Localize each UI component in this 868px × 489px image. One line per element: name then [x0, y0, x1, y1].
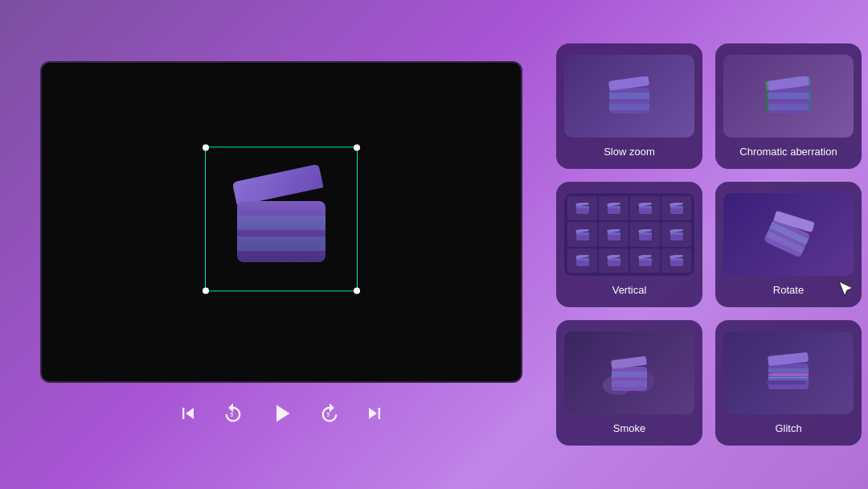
- effect-label-smoke: Smoke: [613, 422, 645, 436]
- vertical-cell-8: [661, 222, 691, 246]
- cursor-icon: [836, 278, 855, 298]
- effect-card-chromatic[interactable]: Chromatic aberration: [715, 43, 862, 169]
- effect-thumbnail-glitch: [723, 331, 854, 414]
- svg-rect-13: [768, 92, 809, 99]
- effect-thumbnail-chromatic: [723, 55, 854, 138]
- effect-label-slow-zoom: Slow zoom: [604, 146, 655, 159]
- effect-card-glitch[interactable]: Glitch: [715, 320, 862, 446]
- handle-bottom-left[interactable]: [203, 287, 209, 294]
- effects-panel: Slow zoom: [556, 43, 862, 446]
- selection-box: [205, 146, 358, 291]
- video-player: 5 5: [32, 61, 530, 428]
- svg-rect-14: [768, 104, 809, 110]
- svg-rect-64: [768, 368, 809, 372]
- effect-card-rotate[interactable]: Rotate: [715, 182, 862, 307]
- vc-icon-9: [575, 255, 590, 266]
- effect-card-slow-zoom[interactable]: Slow zoom: [556, 43, 702, 169]
- vertical-cell-5: [567, 222, 597, 246]
- svg-rect-70: [768, 377, 809, 378]
- svg-text:5: 5: [327, 412, 330, 417]
- effect-card-vertical[interactable]: Vertical: [556, 182, 702, 307]
- glitch-icon: [760, 349, 817, 397]
- play-button[interactable]: [267, 399, 296, 428]
- vertical-cell-12: [661, 249, 691, 273]
- forward-5-button[interactable]: 5: [318, 402, 341, 425]
- vertical-cell-10: [599, 249, 628, 273]
- vertical-cell-4: [661, 196, 691, 220]
- vc-icon-5: [575, 229, 590, 240]
- vc-icon-8: [669, 229, 684, 240]
- vertical-cell-9: [567, 249, 597, 273]
- vertical-cell-6: [599, 222, 628, 246]
- svg-rect-3: [609, 92, 649, 99]
- vc-icon-1: [575, 203, 590, 214]
- vertical-cell-1: [567, 196, 597, 220]
- video-screen: [40, 61, 522, 383]
- vertical-cell-3: [630, 196, 660, 220]
- vc-icon-7: [638, 229, 653, 240]
- svg-text:5: 5: [231, 412, 234, 417]
- vertical-cell-2: [599, 196, 628, 220]
- vc-icon-6: [607, 229, 621, 240]
- vc-icon-4: [669, 203, 684, 214]
- chroma-layers: [764, 76, 813, 117]
- svg-rect-59: [612, 367, 647, 391]
- svg-rect-4: [609, 104, 649, 110]
- effect-card-smoke[interactable]: Smoke: [556, 320, 702, 446]
- vertical-cell-11: [630, 249, 660, 273]
- effect-thumbnail-vertical: [564, 193, 694, 276]
- smoke-icon: [601, 349, 657, 397]
- vertical-cell-7: [630, 222, 660, 246]
- vc-icon-3: [638, 203, 653, 214]
- effect-label-glitch: Glitch: [775, 422, 801, 436]
- effect-thumbnail-smoke: [564, 331, 694, 414]
- effect-label-chromatic: Chromatic aberration: [739, 146, 837, 159]
- skip-forward-button[interactable]: [363, 402, 386, 425]
- effect-label-vertical: Vertical: [612, 284, 647, 298]
- handle-bottom-right[interactable]: [354, 287, 360, 294]
- replay-5-button[interactable]: 5: [222, 402, 244, 425]
- rotate-icon: [760, 211, 817, 259]
- effect-label-rotate: Rotate: [773, 284, 804, 298]
- playback-controls: 5 5: [177, 399, 386, 428]
- handle-top-right[interactable]: [354, 144, 360, 150]
- svg-rect-69: [768, 374, 809, 376]
- chroma-layer-main: [764, 76, 813, 117]
- vc-icon-11: [638, 255, 653, 266]
- vc-icon-2: [607, 203, 621, 214]
- svg-rect-67: [767, 380, 805, 384]
- vc-icon-12: [669, 255, 684, 266]
- app-container: 5 5: [0, 0, 868, 489]
- handle-top-left[interactable]: [203, 144, 209, 150]
- skip-back-button[interactable]: [177, 402, 199, 425]
- effect-thumbnail-slow-zoom: [564, 55, 694, 138]
- svg-rect-65: [768, 376, 809, 380]
- effect-thumbnail-rotate: [723, 193, 854, 276]
- svg-rect-61: [612, 381, 647, 387]
- svg-rect-60: [612, 372, 647, 377]
- slow-zoom-icon: [605, 76, 653, 117]
- vc-icon-10: [607, 255, 621, 266]
